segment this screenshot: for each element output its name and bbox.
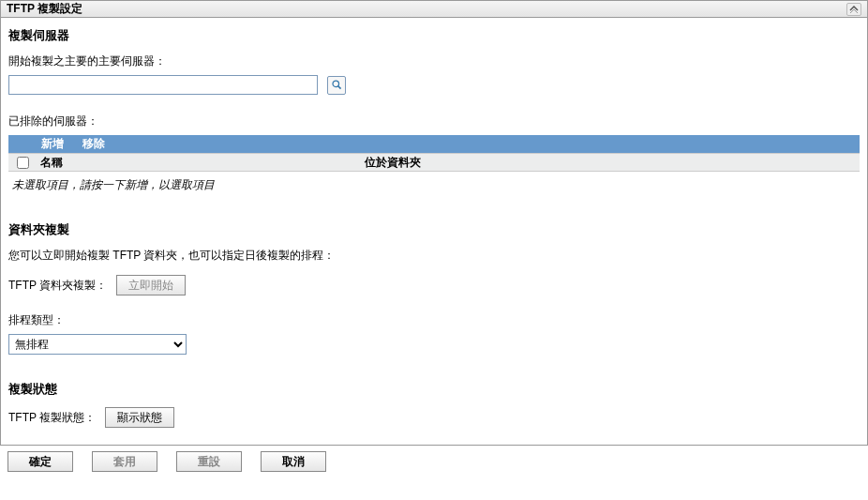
ok-button[interactable]: 確定 <box>7 451 73 472</box>
excluded-servers-label: 已排除的伺服器： <box>8 114 860 129</box>
reset-button[interactable]: 重設 <box>176 451 242 472</box>
column-folder: 位於資料夾 <box>365 155 860 171</box>
primary-server-input[interactable] <box>8 75 318 95</box>
apply-button[interactable]: 套用 <box>92 451 157 472</box>
select-all-checkbox[interactable] <box>17 157 29 169</box>
status-label: TFTP 複製狀態： <box>8 410 96 426</box>
section-folder-title: 資料夾複製 <box>8 221 860 238</box>
show-status-button[interactable]: 顯示狀態 <box>105 407 174 428</box>
section-server-title: 複製伺服器 <box>8 27 860 44</box>
section-status-title: 複製狀態 <box>8 381 860 398</box>
column-name: 名稱 <box>37 155 365 171</box>
tftp-settings-panel: TFTP 複製設定 複製伺服器 開始複製之主要的主要伺服器： 已排除的伺服器： … <box>0 0 868 446</box>
folder-replicate-label: TFTP 資料夾複製： <box>8 278 107 294</box>
panel-title: TFTP 複製設定 <box>7 1 82 17</box>
table-empty-message: 未選取項目，請按一下新增，以選取項目 <box>8 172 860 221</box>
schedule-type-select[interactable]: 無排程 <box>8 334 187 355</box>
primary-server-label: 開始複製之主要的主要伺服器： <box>8 53 860 69</box>
select-all-cell <box>8 157 37 169</box>
panel-body: 複製伺服器 開始複製之主要的主要伺服器： 已排除的伺服器： 新增 移除 名稱 位… <box>1 18 867 445</box>
action-bar: 新增 移除 <box>8 135 860 153</box>
schedule-type-label: 排程類型： <box>8 312 860 328</box>
panel-header: TFTP 複製設定 <box>1 1 867 18</box>
remove-button[interactable]: 移除 <box>73 136 114 152</box>
magnifier-icon <box>331 79 343 91</box>
svg-point-0 <box>333 81 339 87</box>
table-header: 名稱 位於資料夾 <box>8 153 860 172</box>
collapse-button[interactable] <box>846 3 861 16</box>
svg-line-1 <box>337 86 340 89</box>
add-button[interactable]: 新增 <box>32 136 73 152</box>
folder-desc: 您可以立即開始複製 TFTP 資料夾，也可以指定日後複製的排程： <box>8 248 860 264</box>
chevron-up-icon <box>849 6 859 13</box>
cancel-button[interactable]: 取消 <box>261 451 326 472</box>
browse-button[interactable] <box>327 76 346 95</box>
start-now-button[interactable]: 立即開始 <box>116 275 186 295</box>
button-bar: 確定 套用 重設 取消 <box>0 446 868 481</box>
